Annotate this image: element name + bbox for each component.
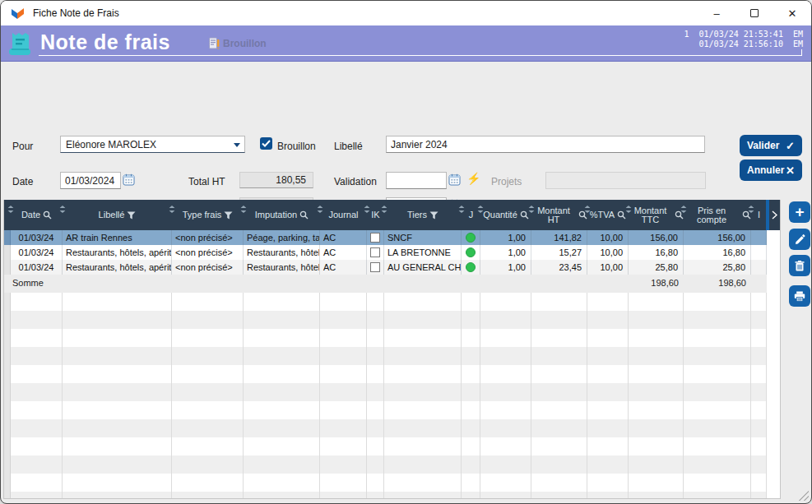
empty-cell (480, 329, 531, 347)
empty-cell (367, 492, 384, 499)
column-label: Type frais (183, 210, 222, 220)
filter-icon[interactable] (224, 211, 233, 220)
empty-cell (367, 401, 384, 419)
add-line-button[interactable]: + (789, 201, 810, 223)
table-cell-imputation: Péage, parking, tax (244, 230, 320, 245)
column-header-montant_ht[interactable]: Montant HT (531, 200, 587, 230)
valider-button[interactable]: Valider ✓ (740, 135, 802, 156)
empty-cell (244, 401, 320, 419)
column-header-tva[interactable]: %TVA (587, 200, 629, 230)
empty-cell (480, 347, 531, 365)
table-cell-type_frais: <non précisé> (172, 245, 244, 260)
column-resize-icon[interactable] (364, 201, 370, 216)
empty-cell (367, 329, 384, 347)
column-resize-icon[interactable] (749, 201, 754, 216)
column-resize-icon[interactable] (585, 201, 591, 216)
column-header-journal[interactable]: Journal (320, 200, 367, 230)
minimize-button[interactable]: – (698, 1, 735, 25)
filter-icon[interactable] (127, 211, 136, 220)
column-header-montant_ttc[interactable]: Montant TTC (629, 200, 684, 230)
empty-cell (172, 437, 244, 455)
table-cell-imputation: Restaurants, hôtel (244, 260, 320, 275)
ik-checkbox[interactable] (370, 247, 380, 257)
empty-cell (629, 311, 684, 329)
column-header-date[interactable]: Date (11, 200, 63, 230)
sum-pris-en-compte: 198,60 (684, 278, 746, 288)
column-header-pris[interactable]: Pris en compte (684, 200, 751, 230)
calendar-icon[interactable] (123, 173, 135, 186)
empty-cell (320, 383, 367, 401)
sum-label: Somme (12, 278, 44, 288)
table-cell-tiers: SNCF (384, 230, 462, 245)
empty-cell (531, 492, 587, 499)
audit-timestamps: 1 01/03/24 21:53:41 EM 01/03/24 21:56:10… (684, 30, 804, 49)
column-resize-icon[interactable] (478, 201, 484, 216)
table-row[interactable]: 01/03/24AR train Rennes<non précisé>Péag… (4, 230, 767, 245)
date-label: Date (12, 176, 33, 187)
column-label: Date (21, 210, 40, 220)
column-resize-icon[interactable] (681, 201, 687, 216)
scroll-right-button[interactable] (769, 200, 780, 230)
table-cell-ik (367, 230, 384, 245)
column-header-imputation[interactable]: Imputation (244, 200, 320, 230)
print-button[interactable] (789, 285, 810, 307)
empty-cell (480, 401, 531, 419)
empty-cell (244, 365, 320, 383)
validation-date-input[interactable] (386, 172, 447, 189)
empty-cell (63, 311, 172, 329)
empty-cell (244, 311, 320, 329)
empty-cell (462, 455, 480, 474)
column-resize-icon[interactable] (626, 201, 632, 216)
empty-cell (63, 492, 172, 499)
calendar-icon[interactable] (448, 173, 461, 186)
search-icon[interactable] (520, 210, 529, 220)
empty-cell (11, 401, 63, 419)
table-cell-montant_ttc: 156,00 (629, 230, 684, 245)
search-icon[interactable] (43, 210, 52, 220)
maximize-button[interactable] (735, 1, 773, 25)
filter-icon[interactable] (429, 211, 438, 220)
pour-combobox[interactable]: Eléonore MAROLEX (60, 136, 245, 153)
empty-cell (751, 347, 767, 365)
column-header-quantite[interactable]: Quantité (480, 200, 531, 230)
sum-row: Somme198,60198,60 (4, 275, 767, 293)
empty-cell (629, 419, 684, 437)
empty-cell (587, 455, 629, 474)
ik-checkbox[interactable] (370, 262, 380, 272)
column-resize-icon[interactable] (382, 201, 387, 216)
column-resize-icon[interactable] (318, 201, 323, 216)
empty-cell (384, 311, 462, 329)
table-row[interactable]: 01/03/24Restaurants, hôtels, apériti<non… (4, 245, 767, 260)
empty-cell (480, 474, 531, 492)
close-button[interactable]: ✕ (773, 1, 811, 25)
column-header-type_frais[interactable]: Type frais (172, 200, 244, 230)
search-icon[interactable] (299, 210, 309, 220)
empty-cell (462, 293, 480, 311)
delete-line-button[interactable] (789, 255, 810, 276)
libelle-input[interactable] (386, 136, 705, 153)
titlebar: Fiche Note de Frais – ✕ (1, 1, 811, 25)
annuler-button[interactable]: Annuler ✕ (740, 160, 802, 181)
empty-cell (320, 329, 367, 347)
column-resize-icon[interactable] (529, 201, 535, 216)
column-resize-icon[interactable] (459, 201, 465, 216)
brouillon-checkbox[interactable] (260, 137, 272, 150)
table-cell-libelle: AR train Rennes (63, 230, 172, 245)
column-header-libelle[interactable]: Libellé (63, 200, 172, 230)
resize-grip[interactable] (798, 490, 809, 501)
ik-checkbox[interactable] (370, 233, 380, 243)
edit-line-button[interactable] (789, 229, 810, 250)
column-resize-icon[interactable] (60, 201, 66, 216)
empty-cell (172, 492, 244, 499)
expense-form: Pour Eléonore MAROLEX Brouillon Libellé … (1, 62, 811, 200)
app-window: Fiche Note de Frais – ✕ Note de frais (0, 0, 812, 504)
column-label: Montant TTC (629, 206, 672, 224)
table-row[interactable]: 01/03/24Restaurants, hôtels, apériti<non… (4, 260, 767, 275)
column-resize-icon[interactable] (8, 201, 14, 216)
column-resize-icon[interactable] (169, 201, 175, 216)
page-header: Note de frais Brouillon 1 01/03/24 21:53… (1, 25, 811, 62)
column-resize-icon[interactable] (241, 201, 247, 216)
date-input[interactable] (60, 172, 121, 189)
table-cell-journal: AC (320, 230, 367, 245)
column-header-tiers[interactable]: Tiers (384, 200, 462, 230)
